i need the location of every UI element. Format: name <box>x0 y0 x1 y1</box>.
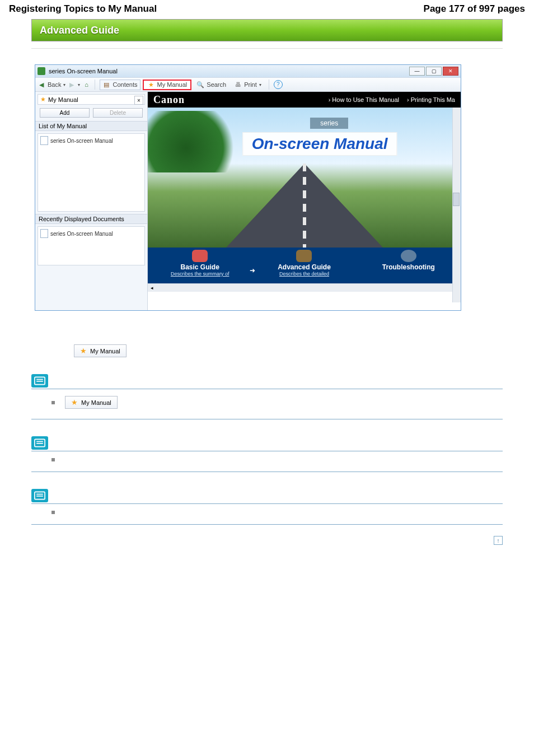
bullet-icon <box>51 458 55 461</box>
guide-bar: Advanced Guide <box>31 19 503 41</box>
star-icon: ★ <box>147 81 155 88</box>
back-label[interactable]: Back <box>48 81 61 88</box>
star-icon: ★ <box>40 96 46 103</box>
list-item-label: series On-screen Manual <box>50 231 113 237</box>
nav-desc: Describes the detailed <box>253 271 355 277</box>
series-tag: series <box>310 118 348 129</box>
mymanual-button-highlighted[interactable]: ★ My Manual <box>143 80 192 90</box>
horizontal-scrollbar[interactable]: ◂ ▸ <box>148 283 461 292</box>
mymanual-button-sample[interactable]: ★ My Manual <box>74 344 127 357</box>
page-top-button[interactable]: ↑ <box>494 536 503 545</box>
forward-dropdown-icon[interactable]: ▾ <box>78 82 80 87</box>
nav-title: Basic Guide <box>149 263 251 271</box>
document-icon <box>40 229 48 238</box>
list-item-label: series On-screen Manual <box>50 138 113 144</box>
print-icon: 🖶 <box>234 81 242 88</box>
advanced-guide-icon <box>296 250 312 262</box>
content-pane: Canon How to Use This Manual Printing Th… <box>148 92 461 310</box>
note-icon <box>31 436 48 450</box>
printing-link[interactable]: Printing This Ma <box>407 96 455 103</box>
star-icon: ★ <box>80 347 87 355</box>
list-label: List of My Manual <box>35 121 147 131</box>
note-block <box>31 436 503 472</box>
scrollbar-thumb[interactable] <box>453 193 460 206</box>
scroll-left-icon[interactable]: ◂ <box>148 285 156 291</box>
pane-close-button[interactable]: × <box>134 96 143 105</box>
divider <box>31 48 503 49</box>
app-icon <box>38 67 45 75</box>
search-icon: 🔍 <box>196 81 204 88</box>
guide-bar-label: Advanced Guide <box>40 25 119 36</box>
window-maximize-button[interactable]: ▢ <box>426 67 442 76</box>
mymanual-pane-header: ★ My Manual × <box>38 94 145 105</box>
note-block <box>31 489 503 525</box>
recent-label: Recently Displayed Documents <box>35 214 147 224</box>
page-number: Page 177 of 997 pages <box>424 3 525 15</box>
window-close-button[interactable]: ✕ <box>443 67 458 76</box>
back-dropdown-icon[interactable]: ▾ <box>63 82 65 87</box>
contents-button[interactable]: ▤ Contents <box>100 80 140 90</box>
mymanual-label: My Manual <box>81 399 111 406</box>
contents-label: Contents <box>113 81 137 88</box>
search-label: Search <box>207 81 226 88</box>
how-to-use-link[interactable]: How to Use This Manual <box>329 96 399 103</box>
add-button[interactable]: Add <box>40 108 90 118</box>
toolbar: ◀ Back ▾ ▶ ▾ ⌂ ▤ Contents ★ My Manual 🔍 … <box>35 78 461 92</box>
list-item[interactable]: series On-screen Manual <box>40 136 142 145</box>
bullet-icon <box>51 511 55 514</box>
brand-bar: Canon How to Use This Manual Printing Th… <box>148 92 461 108</box>
print-label: Print <box>244 81 257 88</box>
contents-icon: ▤ <box>102 81 110 88</box>
page-title: Registering Topics to My Manual <box>9 3 157 15</box>
note-icon <box>31 489 48 502</box>
nav-basic-guide[interactable]: Basic Guide Describes the summary of ➜ <box>148 248 252 283</box>
canon-logo: Canon <box>153 94 185 106</box>
hero-title: On-screen Manual <box>242 132 397 156</box>
mymanual-button-sample[interactable]: ★ My Manual <box>65 396 118 409</box>
bullet-icon <box>51 401 55 404</box>
screenshot-window: series On-screen Manual — ▢ ✕ ◀ Back ▾ ▶… <box>35 64 461 311</box>
basic-guide-icon <box>192 250 208 262</box>
nav-title: Advanced Guide <box>253 263 355 271</box>
note-icon <box>31 374 48 388</box>
nav-troubleshooting[interactable]: Troubleshooting <box>357 248 461 283</box>
hero-road-line <box>303 164 306 248</box>
mymanual-label: My Manual <box>90 348 120 354</box>
print-button[interactable]: 🖶 Print ▾ <box>231 80 264 90</box>
search-button[interactable]: 🔍 Search <box>194 80 229 90</box>
document-icon <box>40 136 48 145</box>
troubleshooting-icon <box>401 250 416 262</box>
recent-list[interactable]: series On-screen Manual <box>38 226 145 265</box>
star-icon: ★ <box>71 398 78 407</box>
nav-desc: Describes the summary of <box>149 271 251 277</box>
hero-image: series On-screen Manual <box>148 108 461 248</box>
bottom-nav: Basic Guide Describes the summary of ➜ A… <box>148 248 461 283</box>
nav-advanced-guide[interactable]: Advanced Guide Describes the detailed <box>252 248 356 283</box>
mymanual-pane: ★ My Manual × Add Delete List of My Manu… <box>35 92 148 310</box>
print-dropdown-icon: ▾ <box>259 82 261 87</box>
mymanual-pane-title: My Manual <box>48 96 78 103</box>
list-item[interactable]: series On-screen Manual <box>40 229 142 238</box>
back-arrow-icon[interactable]: ◀ <box>38 81 45 88</box>
mymanual-list[interactable]: series On-screen Manual <box>38 133 145 212</box>
help-icon[interactable]: ? <box>274 80 283 89</box>
mymanual-label: My Manual <box>157 81 188 88</box>
home-icon[interactable]: ⌂ <box>82 81 90 88</box>
window-titlebar: series On-screen Manual — ▢ ✕ <box>35 65 461 78</box>
note-block: ★ My Manual <box>31 374 503 419</box>
nav-title: Troubleshooting <box>358 263 460 271</box>
window-minimize-button[interactable]: — <box>409 67 425 76</box>
window-title: series On-screen Manual <box>49 68 118 74</box>
delete-button[interactable]: Delete <box>93 108 143 118</box>
forward-arrow-icon[interactable]: ▶ <box>68 81 76 88</box>
